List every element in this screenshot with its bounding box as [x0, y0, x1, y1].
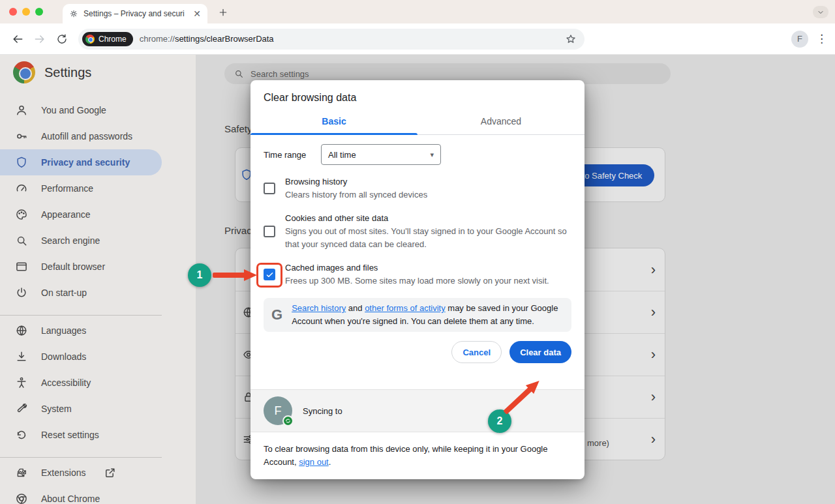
checkbox-title: Cached images and files — [285, 261, 567, 274]
reload-button[interactable] — [52, 29, 72, 49]
download-icon — [15, 350, 28, 363]
reset-icon — [15, 428, 28, 441]
google-account-notice: G Search history and other forms of acti… — [264, 298, 571, 332]
sidebar-item-default-browser[interactable]: Default browser — [0, 254, 162, 280]
tab-title: Settings – Privacy and securi — [84, 9, 188, 18]
bookmark-star-icon[interactable] — [565, 33, 577, 45]
cancel-button[interactable]: Cancel — [451, 341, 502, 363]
chevron-right-icon: › — [651, 390, 656, 404]
close-window-button[interactable] — [9, 8, 17, 16]
power-icon — [15, 286, 28, 299]
chevron-right-icon: › — [651, 263, 656, 277]
dialog-footer-note: To clear browsing data from this device … — [264, 443, 575, 469]
row-subtitle-fragment: more) — [587, 438, 609, 448]
search-icon — [15, 234, 28, 247]
url-text[interactable]: chrome://settings/clearBrowserData — [140, 34, 565, 44]
dropdown-caret-icon: ▾ — [430, 151, 434, 159]
annotation-step-1-badge: 1 — [188, 263, 211, 287]
chrome-badge: Chrome — [82, 32, 133, 46]
annotation-arrow-1 — [213, 269, 257, 281]
browser-window-icon — [15, 260, 28, 273]
cached-images-row: Cached images and files Frees up 300 MB.… — [264, 261, 571, 288]
checkbox-desc: Signs you out of most sites. You'll stay… — [285, 225, 567, 251]
clear-data-button[interactable]: Clear data — [509, 341, 571, 363]
dialog-title: Clear browsing data — [250, 80, 584, 111]
dialog-tabs: Basic Advanced — [250, 111, 584, 135]
sidebar-item-performance[interactable]: Performance — [0, 175, 162, 201]
chrome-logo-icon — [85, 35, 95, 44]
url-scheme: chrome:// — [140, 34, 175, 44]
checkbox-title: Browsing history — [285, 175, 567, 188]
external-link-icon — [104, 466, 117, 479]
sidebar-item-downloads[interactable]: Downloads — [0, 344, 162, 370]
palette-icon — [15, 208, 28, 221]
sidebar-item-accessibility[interactable]: Accessibility — [0, 370, 162, 396]
settings-gear-favicon-icon — [69, 9, 78, 18]
sidebar-item-extensions[interactable]: Extensions — [0, 460, 162, 486]
browsing-history-checkbox[interactable] — [264, 183, 275, 194]
url-path: settings/clearBrowserData — [175, 34, 274, 44]
sidebar-item-search-engine[interactable]: Search engine — [0, 228, 162, 254]
checkbox-desc: Clears history from all synced devices — [285, 188, 567, 201]
cookies-row: Cookies and other site data Signs you ou… — [264, 212, 571, 251]
sidebar-item-system[interactable]: System — [0, 396, 162, 422]
chrome-icon — [15, 492, 28, 504]
tab-advanced[interactable]: Advanced — [418, 111, 584, 134]
sidebar-divider — [0, 457, 162, 458]
chevron-right-icon: › — [651, 305, 656, 319]
google-g-icon: G — [271, 306, 282, 323]
sidebar-item-appearance[interactable]: Appearance — [0, 201, 162, 228]
sidebar-item-you-and-google[interactable]: You and Google — [0, 97, 162, 123]
search-history-link[interactable]: Search history — [292, 303, 346, 313]
back-button[interactable] — [8, 29, 27, 49]
cookies-checkbox[interactable] — [264, 226, 275, 237]
new-tab-button[interactable] — [217, 6, 230, 19]
time-range-label: Time range — [264, 150, 321, 160]
sync-badge-icon — [282, 415, 294, 426]
checkbox-title: Cookies and other site data — [285, 212, 567, 225]
forward-button[interactable] — [30, 29, 50, 49]
sidebar-item-on-startup[interactable]: On start-up — [0, 280, 162, 306]
sidebar-menu: You and Google Autofill and passwords Pr… — [0, 97, 162, 504]
browser-tab[interactable]: Settings – Privacy and securi ✕ — [63, 4, 207, 23]
key-icon — [15, 130, 28, 143]
sidebar-divider — [0, 315, 162, 316]
menu-kebab-icon[interactable]: ⋮ — [816, 32, 827, 46]
clear-browsing-data-dialog: Clear browsing data Basic Advanced Time … — [250, 80, 584, 479]
puzzle-icon — [15, 466, 28, 479]
time-range-value: All time — [328, 150, 356, 160]
annotation-highlight-box — [256, 263, 282, 288]
chrome-logo-icon — [13, 61, 35, 83]
address-bar[interactable]: Chrome chrome://settings/clearBrowserDat… — [78, 29, 584, 50]
sidebar-item-autofill[interactable]: Autofill and passwords — [0, 123, 162, 149]
other-forms-of-activity-link[interactable]: other forms of activity — [365, 303, 446, 313]
wrench-icon — [15, 402, 28, 415]
tab-basic[interactable]: Basic — [250, 111, 418, 134]
shield-icon — [15, 156, 28, 169]
sync-status-strip: F Syncing to — [250, 389, 584, 432]
accessibility-icon — [15, 376, 28, 389]
tab-close-icon[interactable]: ✕ — [193, 9, 201, 18]
sidebar-item-about-chrome[interactable]: About Chrome — [0, 486, 162, 504]
checkbox-desc: Frees up 300 MB. Some sites may load mor… — [285, 274, 567, 288]
syncing-to-label: Syncing to — [303, 406, 342, 416]
browser-toolbar: Chrome chrome://settings/clearBrowserDat… — [0, 23, 835, 55]
globe-icon — [15, 324, 28, 337]
sidebar-item-languages[interactable]: Languages — [0, 318, 162, 344]
tab-search-chevron-button[interactable] — [813, 6, 828, 18]
sign-out-link[interactable]: sign out — [299, 457, 329, 467]
chrome-badge-label: Chrome — [99, 35, 127, 44]
profile-avatar[interactable]: F — [791, 31, 808, 48]
window-controls — [9, 8, 43, 16]
zoom-window-button[interactable] — [35, 8, 43, 16]
sync-avatar: F — [264, 396, 292, 425]
sidebar-item-reset-settings[interactable]: Reset settings — [0, 422, 162, 448]
settings-page-dimmed: Settings You and Google Autofill and pas… — [0, 55, 835, 504]
time-range-select[interactable]: All time ▾ — [321, 144, 441, 165]
minimize-window-button[interactable] — [22, 8, 30, 16]
search-placeholder: Search settings — [250, 69, 309, 79]
browsing-history-row: Browsing history Clears history from all… — [264, 175, 571, 201]
search-icon — [234, 68, 244, 79]
sidebar-item-privacy-and-security[interactable]: Privacy and security — [0, 149, 162, 175]
speedometer-icon — [15, 182, 28, 195]
